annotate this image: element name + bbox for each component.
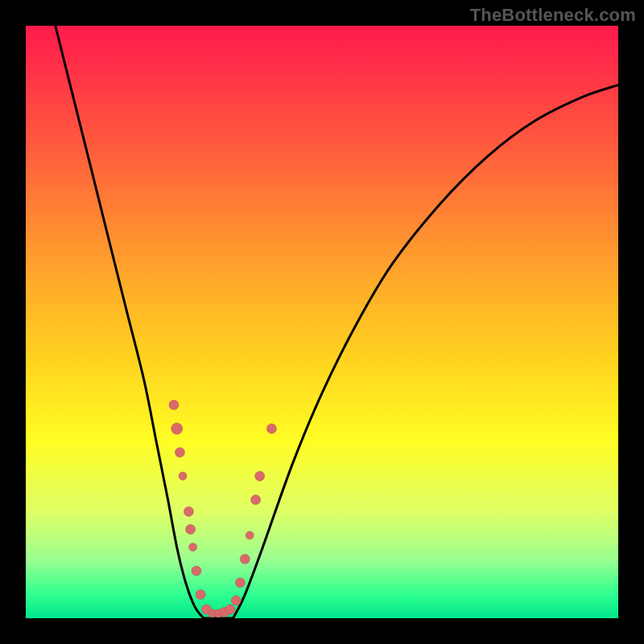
scatter-dot xyxy=(189,543,197,551)
scatter-dot xyxy=(266,424,276,434)
scatter-dot xyxy=(179,472,187,480)
chart-svg xyxy=(26,26,618,618)
scatter-dot xyxy=(169,400,179,410)
watermark-label: TheBottleneck.com xyxy=(470,5,636,26)
scatter-dot xyxy=(186,525,196,535)
scatter-dot xyxy=(184,507,193,517)
scatter-dot xyxy=(235,578,245,588)
scatter-dot xyxy=(192,566,201,576)
scatter-dot xyxy=(251,495,261,505)
scatter-dot xyxy=(196,590,205,600)
scatter-dot xyxy=(255,471,265,481)
plot-area xyxy=(26,26,618,618)
curve-layer xyxy=(56,26,618,618)
scatter-dot xyxy=(240,554,250,564)
right-curve xyxy=(233,85,618,618)
chart-frame: TheBottleneck.com xyxy=(0,0,644,644)
scatter-dot xyxy=(171,423,183,435)
scatter-dot xyxy=(246,531,254,539)
scatter-dot xyxy=(225,605,235,614)
scatter-dot xyxy=(231,596,241,605)
scatter-dot xyxy=(175,448,184,457)
left-curve xyxy=(56,26,204,618)
